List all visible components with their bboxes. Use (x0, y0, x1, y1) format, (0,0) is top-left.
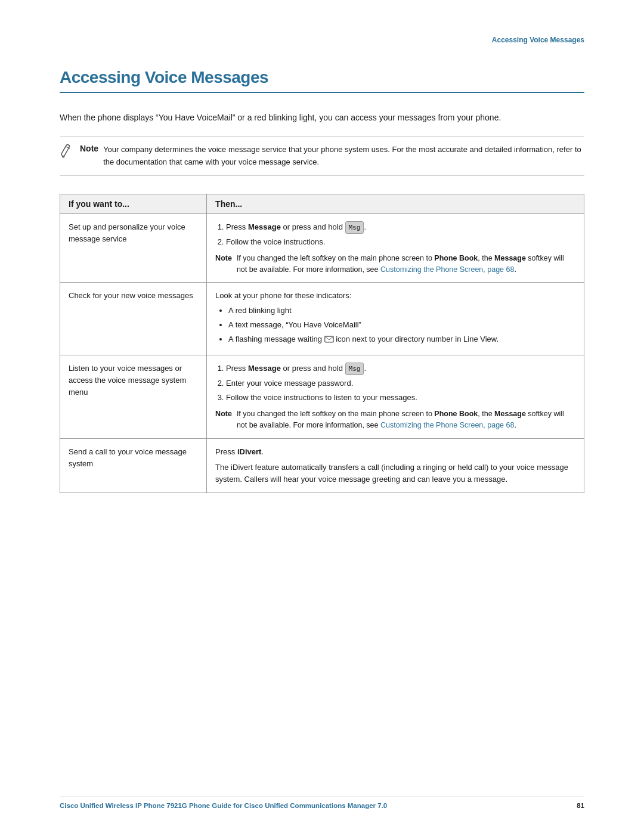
note-label: Note (80, 144, 98, 153)
footer-left: Cisco Unified Wireless IP Phone 7921G Ph… (60, 802, 387, 809)
envelope-icon (324, 336, 334, 343)
footer-right: 81 (577, 802, 584, 809)
row1-note: Note If you changed the left softkey on … (215, 253, 575, 275)
footer: Cisco Unified Wireless IP Phone 7921G Ph… (60, 797, 584, 809)
bullet-item: A flashing message waiting icon next to … (228, 333, 575, 345)
row4-intro: Press iDivert. (215, 446, 575, 458)
row3-note-text: If you changed the left softkey on the m… (237, 408, 575, 431)
row4-col1: Send a call to your voice message system (60, 438, 207, 493)
row4-col2: Press iDivert. The iDivert feature autom… (207, 438, 584, 493)
row3-note: Note If you changed the left softkey on … (215, 408, 575, 431)
row3-note-label: Note (215, 408, 232, 420)
title-divider (60, 92, 584, 93)
bullet-item: A red blinking light (228, 305, 575, 317)
col2-header: Then... (207, 194, 584, 213)
breadcrumb: Accessing Voice Messages (60, 36, 584, 44)
row1-link[interactable]: Customizing the Phone Screen, page 68 (380, 265, 514, 274)
main-table: If you want to... Then... Set up and per… (60, 194, 584, 494)
table-row: Check for your new voice messages Look a… (60, 283, 584, 355)
page-container: Accessing Voice Messages Accessing Voice… (0, 0, 644, 833)
row2-col1: Check for your new voice messages (60, 283, 207, 355)
note-text: Your company determines the voice messag… (103, 144, 584, 168)
pencil-icon (60, 144, 73, 162)
intro-paragraph: When the phone displays “You Have VoiceM… (60, 111, 584, 124)
row2-intro: Look at your phone for these indicators: (215, 290, 575, 302)
row3-link[interactable]: Customizing the Phone Screen, page 68 (380, 421, 514, 429)
page-title: Accessing Voice Messages (60, 68, 584, 87)
row1-col2: Press Message or press and hold Msg. Fol… (207, 213, 584, 283)
message-button-icon: Msg (345, 221, 364, 234)
row4-detail: The iDivert feature automatically transf… (215, 462, 575, 485)
table-row: Listen to your voice messages or access … (60, 355, 584, 438)
table-row: Send a call to your voice message system… (60, 438, 584, 493)
row1-col1: Set up and personalize your voice messag… (60, 213, 207, 283)
col1-header: If you want to... (60, 194, 207, 213)
note-box: Note Your company determines the voice m… (60, 136, 584, 175)
row2-bullets: A red blinking light A text message, “Yo… (215, 305, 575, 345)
bullet-item: A text message, “You Have VoiceMaill” (228, 319, 575, 331)
row1-note-label: Note (215, 253, 232, 264)
row1-note-text: If you changed the left softkey on the m… (237, 253, 575, 275)
table-row: Set up and personalize your voice messag… (60, 213, 584, 283)
row3-col1: Listen to your voice messages or access … (60, 355, 207, 438)
row2-col2: Look at your phone for these indicators:… (207, 283, 584, 355)
row3-col2: Press Message or press and hold Msg. Ent… (207, 355, 584, 438)
message-button-icon2: Msg (345, 363, 364, 375)
